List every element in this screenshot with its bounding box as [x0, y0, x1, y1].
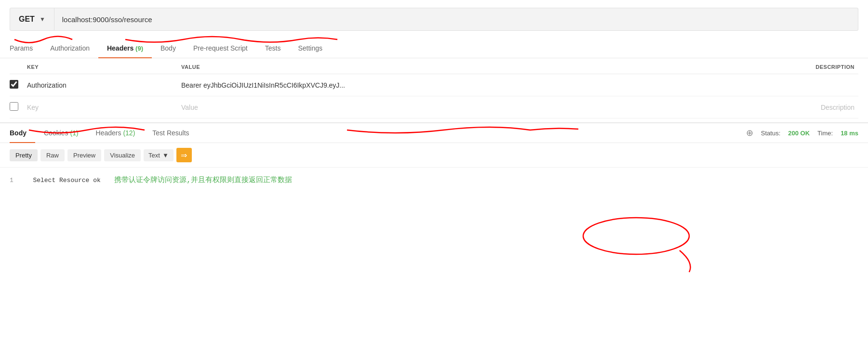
row2-desc-cell: Description	[772, 96, 858, 118]
col-key: KEY	[27, 60, 181, 74]
url-bar: GET ▼	[10, 8, 858, 31]
time-value: 18 ms	[841, 130, 858, 137]
globe-icon[interactable]: ⊕	[746, 128, 753, 138]
resp-tab-cookies-label: Cookies	[44, 129, 68, 137]
tab-headers-label: Headers	[107, 44, 134, 52]
response-tabs: Body Cookies (1) Headers (12) Test Resul…	[10, 123, 746, 143]
row2-checkbox-cell	[10, 96, 27, 118]
tab-pre-request[interactable]: Pre-request Script	[185, 39, 256, 58]
resp-tab-headers[interactable]: Headers (12)	[87, 123, 144, 143]
row2-key-cell: Key	[27, 96, 181, 118]
request-tabs: Params Authorization Headers (9) Body Pr…	[0, 39, 868, 58]
fmt-pretty-button[interactable]: Pretty	[10, 149, 38, 161]
resp-tab-cookies-badge: (1)	[70, 129, 78, 137]
row1-checkbox-cell	[10, 74, 27, 96]
row1-checkbox[interactable]	[10, 80, 18, 89]
tab-authorization-label: Authorization	[50, 44, 90, 52]
tab-headers-badge: (9)	[135, 45, 143, 52]
resp-tab-headers-label: Headers	[96, 129, 121, 137]
svg-point-0	[583, 218, 689, 254]
row2-key-placeholder: Key	[27, 104, 39, 111]
tab-settings-label: Settings	[298, 44, 322, 52]
tab-authorization[interactable]: Authorization	[41, 39, 98, 58]
format-bar: Pretty Raw Preview Visualize Text ▼ ⇒	[0, 143, 868, 168]
row1-key: Authorization	[27, 81, 67, 89]
tab-tests-label: Tests	[265, 44, 281, 52]
tab-settings[interactable]: Settings	[289, 39, 331, 58]
fmt-preview-button[interactable]: Preview	[67, 149, 101, 161]
fmt-type-dropdown[interactable]: Text ▼	[144, 149, 174, 161]
status-value: 200 OK	[788, 130, 810, 137]
page-wrapper: GET ▼ Params Authorization Headers (9) B…	[0, 0, 868, 353]
response-section: Body Cookies (1) Headers (12) Test Resul…	[0, 122, 868, 192]
header-row-1: Authorization Bearer eyJhbGciOiJIUzI1NiI…	[10, 74, 858, 96]
row2-desc-placeholder: Description	[821, 104, 855, 111]
headers-table: KEY VALUE DESCRIPTION Authorization Bear…	[10, 60, 858, 118]
fmt-raw-button[interactable]: Raw	[40, 149, 65, 161]
tab-tests[interactable]: Tests	[256, 39, 290, 58]
tab-params[interactable]: Params	[10, 39, 41, 58]
wrap-icon: ⇒	[181, 151, 187, 160]
line-number: 1	[10, 177, 17, 184]
resp-tab-test-results[interactable]: Test Results	[144, 123, 198, 143]
resp-tab-cookies[interactable]: Cookies (1)	[35, 123, 87, 143]
tab-headers[interactable]: Headers (9)	[98, 39, 152, 58]
col-description: DESCRIPTION	[772, 60, 858, 74]
tab-params-label: Params	[10, 44, 33, 52]
headers-section: KEY VALUE DESCRIPTION Authorization Bear…	[0, 60, 868, 118]
tab-pre-request-label: Pre-request Script	[193, 44, 248, 52]
method-selector[interactable]: GET ▼	[10, 8, 54, 30]
url-input[interactable]	[54, 15, 858, 24]
url-bar-wrapper: GET ▼	[0, 8, 868, 31]
method-label: GET	[19, 15, 35, 24]
time-label: Time:	[817, 130, 833, 137]
resp-tab-body-label: Body	[10, 129, 27, 137]
col-checkbox	[10, 60, 27, 74]
row1-value: Bearer eyJhbGciOiJIUzI1NiIsInR5cCI6IkpXV…	[181, 81, 345, 89]
status-label: Status:	[761, 130, 780, 137]
header-row-2: Key Value Description	[10, 96, 858, 118]
row1-desc-cell	[772, 74, 858, 96]
response-tabs-row: Body Cookies (1) Headers (12) Test Resul…	[0, 123, 868, 143]
row1-key-cell: Authorization	[27, 74, 181, 96]
row2-value-cell: Value	[181, 96, 772, 118]
row2-checkbox[interactable]	[10, 102, 18, 111]
fmt-type-label: Text	[148, 152, 160, 159]
fmt-type-arrow: ▼	[162, 152, 169, 159]
col-value: VALUE	[181, 60, 772, 74]
row2-value-placeholder: Value	[181, 104, 198, 111]
row1-value-cell: Bearer eyJhbGciOiJIUzI1NiIsInR5cCI6IkpXV…	[181, 74, 772, 96]
fmt-visualize-button[interactable]: Visualize	[104, 149, 141, 161]
response-comment-text: 携带认证令牌访问资源,并且有权限则直接返回正常数据	[114, 176, 292, 184]
resp-tab-test-results-label: Test Results	[152, 129, 189, 137]
resp-tab-body[interactable]: Body	[10, 123, 35, 143]
response-status: ⊕ Status: 200 OK Time: 18 ms	[746, 128, 858, 138]
tab-body-label: Body	[160, 44, 176, 52]
response-body: 1 Select Resource ok 携带认证令牌访问资源,并且有权限则直接…	[0, 168, 868, 192]
tab-body[interactable]: Body	[152, 39, 185, 58]
resp-tab-headers-badge: (12)	[123, 129, 135, 137]
wrap-button[interactable]: ⇒	[176, 148, 192, 162]
response-code-text: Select Resource ok	[33, 177, 100, 184]
method-arrow: ▼	[40, 16, 45, 23]
